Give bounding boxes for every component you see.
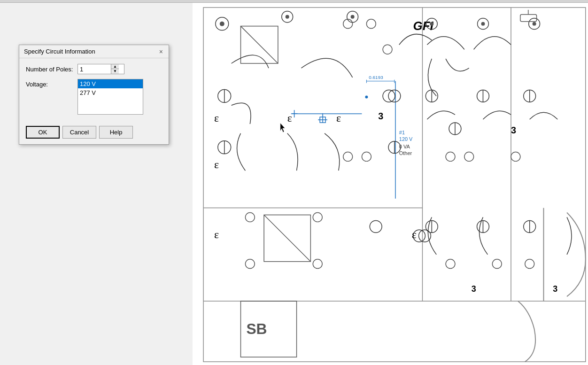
dialog-body: Number of Poles: ▲ ▼ Voltage: 120 V 277 …: [19, 58, 169, 124]
number-of-poles-label: Number of Poles:: [26, 64, 77, 73]
svg-point-48: [481, 22, 485, 26]
svg-text:ε: ε: [412, 228, 417, 241]
spinner-buttons: ▲ ▼: [111, 64, 119, 74]
svg-point-14: [220, 22, 224, 26]
spinner-down-button[interactable]: ▼: [111, 69, 119, 74]
svg-text:3: 3: [553, 284, 557, 294]
dialog-titlebar: Specify Circuit Information ×: [19, 45, 169, 58]
help-button[interactable]: Help: [99, 126, 133, 139]
svg-text:3: 3: [472, 284, 476, 294]
dialog-close-button[interactable]: ×: [158, 48, 164, 55]
cad-svg-canvas: GFI ε ε ε ε ε 3 3 3 3: [193, 3, 588, 365]
svg-point-18: [351, 15, 355, 19]
svg-text:ε: ε: [214, 112, 219, 124]
svg-rect-0: [194, 3, 586, 365]
svg-text:0.6193: 0.6193: [369, 75, 383, 80]
cancel-button[interactable]: Cancel: [62, 126, 96, 139]
spinner-up-button[interactable]: ▲: [111, 64, 119, 69]
voltage-label: Voltage:: [26, 79, 77, 88]
svg-text:#1: #1: [399, 130, 405, 135]
number-input-wrapper: ▲ ▼: [77, 64, 124, 74]
cad-drawing-area: GFI ε ε ε ε ε 3 3 3 3: [193, 3, 588, 365]
svg-point-16: [286, 15, 289, 19]
dialog-buttons: OK Cancel Help: [19, 124, 169, 144]
voltage-control: 120 V 277 V: [77, 79, 162, 115]
voltage-row: Voltage: 120 V 277 V: [26, 79, 162, 115]
voltage-option-120v[interactable]: 120 V: [78, 79, 143, 88]
number-of-poles-control: ▲ ▼: [77, 64, 162, 74]
svg-point-44: [365, 95, 368, 98]
svg-text:ε: ε: [214, 158, 219, 171]
number-of-poles-input[interactable]: [78, 65, 111, 74]
svg-point-46: [430, 22, 433, 26]
voltage-listbox[interactable]: 120 V 277 V: [77, 79, 143, 115]
specify-circuit-dialog: Specify Circuit Information × Number of …: [19, 45, 169, 145]
svg-text:3: 3: [378, 111, 383, 121]
svg-text:SB: SB: [246, 320, 267, 337]
svg-text:GFI: GFI: [413, 19, 434, 32]
svg-point-50: [533, 22, 536, 26]
svg-text:Other: Other: [399, 150, 412, 156]
voltage-option-277v[interactable]: 277 V: [78, 88, 143, 97]
svg-text:3: 3: [511, 125, 516, 135]
dialog-title: Specify Circuit Information: [24, 48, 95, 55]
ok-button[interactable]: OK: [26, 126, 60, 139]
svg-text:ε: ε: [214, 228, 219, 241]
svg-text:120 V: 120 V: [399, 136, 413, 142]
number-of-poles-row: Number of Poles: ▲ ▼: [26, 64, 162, 74]
